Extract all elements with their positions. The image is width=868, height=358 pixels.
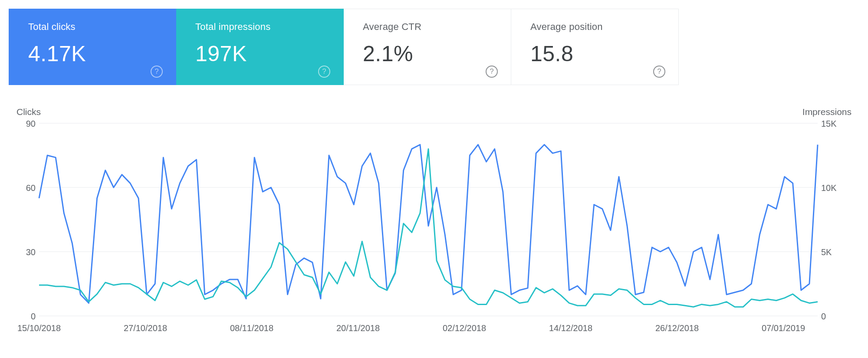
clicks-series-line bbox=[39, 145, 818, 303]
ytick-left: 0 bbox=[20, 312, 36, 322]
xtick: 20/11/2018 bbox=[336, 323, 380, 333]
help-icon[interactable]: ? bbox=[318, 66, 330, 78]
y-axis-right-title: Impressions bbox=[802, 107, 852, 117]
chart-svg bbox=[39, 123, 818, 316]
ytick-right: 10K bbox=[821, 183, 844, 193]
xtick: 27/10/2018 bbox=[124, 323, 167, 333]
card-label: Average CTR bbox=[363, 21, 496, 33]
plot-area[interactable] bbox=[39, 123, 818, 316]
card-average-position[interactable]: Average position 15.8 ? bbox=[511, 9, 679, 85]
card-label: Total impressions bbox=[195, 21, 329, 33]
card-value: 2.1% bbox=[363, 41, 496, 66]
ytick-left: 30 bbox=[20, 247, 36, 257]
card-total-clicks[interactable]: Total clicks 4.17K ? bbox=[9, 9, 176, 85]
y-axis-left-title: Clicks bbox=[16, 107, 41, 117]
xtick: 15/10/2018 bbox=[17, 323, 61, 333]
xtick: 08/11/2018 bbox=[230, 323, 273, 333]
ytick-right: 5K bbox=[821, 247, 844, 257]
card-average-ctr[interactable]: Average CTR 2.1% ? bbox=[344, 9, 511, 85]
ytick-right: 15K bbox=[821, 119, 844, 129]
xtick: 02/12/2018 bbox=[443, 323, 486, 333]
card-total-impressions[interactable]: Total impressions 197K ? bbox=[176, 9, 344, 85]
help-icon[interactable]: ? bbox=[151, 66, 163, 78]
xtick: 07/01/2019 bbox=[762, 323, 805, 333]
card-label: Average position bbox=[530, 21, 664, 33]
help-icon[interactable]: ? bbox=[653, 66, 665, 78]
ytick-left: 60 bbox=[20, 183, 36, 193]
ytick-right: 0 bbox=[821, 312, 844, 322]
xtick: 14/12/2018 bbox=[549, 323, 592, 333]
card-value: 197K bbox=[195, 41, 329, 66]
card-value: 4.17K bbox=[28, 41, 161, 66]
help-icon[interactable]: ? bbox=[486, 66, 498, 78]
impressions-series-line bbox=[39, 149, 818, 307]
xtick: 26/12/2018 bbox=[655, 323, 699, 333]
performance-chart: Clicks Impressions 90 60 30 0 15K 10K 5K… bbox=[9, 107, 859, 337]
card-label: Total clicks bbox=[28, 21, 161, 33]
metric-cards: Total clicks 4.17K ? Total impressions 1… bbox=[9, 9, 859, 85]
card-value: 15.8 bbox=[530, 41, 664, 66]
ytick-left: 90 bbox=[20, 119, 36, 129]
